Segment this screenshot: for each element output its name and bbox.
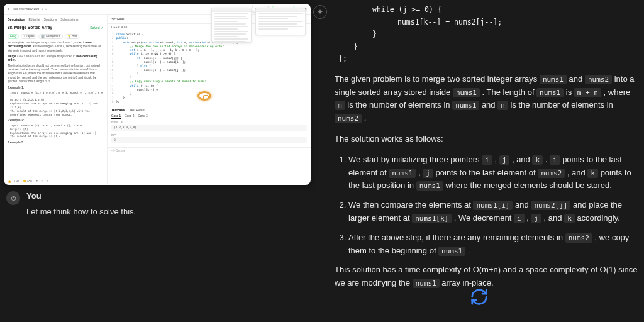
case-1[interactable]: Case 1 — [111, 114, 121, 119]
tab-testcase[interactable]: Testcase — [111, 108, 125, 113]
assistant-avatar-icon: ✦ — [313, 5, 327, 19]
nav-prev-icon[interactable]: ‹ — [42, 7, 43, 11]
description-pane: Description Editorial Solutions Submissi… — [4, 15, 108, 184]
step-3: After the above step, if there are any r… — [348, 231, 638, 258]
explanation-para-2: The solution works as follows: — [335, 133, 638, 146]
source-footer[interactable]: </> Source — [108, 147, 311, 154]
companies-tag[interactable]: 🏢 Companies — [38, 34, 63, 39]
leetcode-screenshot: ≡ Top Interview 150 ‹ › ▷ Run ⏵ Submit ⤓… — [4, 4, 311, 185]
line-gutter: 123456789101112131415161718 — [110, 33, 116, 104]
dislike-count[interactable]: 👎 450 — [23, 180, 32, 184]
like-count[interactable]: 👍 15.9K — [8, 180, 19, 184]
tab-editorial[interactable]: Editorial — [29, 18, 40, 22]
explanation-para-1: The given problem is to merge two sorted… — [335, 73, 638, 125]
refresh-icon — [470, 287, 489, 306]
cursor-highlight-ring — [197, 91, 211, 101]
code-tab[interactable]: </> Code — [111, 17, 125, 21]
tab-submissions[interactable]: Submissions — [60, 18, 78, 22]
list-icon[interactable]: ≡ — [8, 7, 9, 11]
case-3[interactable]: Case 3 — [138, 114, 147, 119]
user-message: ⊜ You Let me think how to solve this. — [4, 191, 314, 216]
case-2[interactable]: Case 2 — [125, 114, 134, 119]
star-icon[interactable]: ☆ — [41, 180, 43, 184]
topics-tag[interactable]: ⌖ Topics — [21, 34, 36, 39]
problem-list-title[interactable]: Top Interview 150 — [12, 7, 39, 11]
share-icon[interactable]: ↗ — [35, 180, 38, 184]
step-1: We start by initializing three pointers … — [348, 153, 638, 192]
problem-title: 88. Merge Sorted Array — [8, 25, 52, 31]
desc-footer: 👍 15.9K 👎 450 ↗ ☆ ? — [8, 180, 48, 184]
solved-badge: Solved ✓ — [90, 26, 103, 30]
regenerate-button[interactable] — [470, 287, 489, 308]
assistant-response: while (j >= 0) { nums1[k--] = nums2[j--]… — [327, 4, 638, 290]
code-pane: </> Code C++ ▾ Auto 12345678910111213141… — [108, 15, 311, 184]
tab-description[interactable]: Description — [8, 18, 25, 22]
field-m-label: m = — [111, 133, 307, 137]
step-2: We then compare the elements at nums1[i]… — [348, 199, 638, 225]
testcase-panel: Testcase Test Result Case 1 Case 2 Case … — [108, 106, 311, 147]
steps-list: We start by initializing three pointers … — [335, 153, 638, 258]
help-icon[interactable]: ? — [47, 180, 48, 184]
field-m-value[interactable]: 3 — [111, 137, 307, 143]
field-nums1-value[interactable]: [1,2,3,0,0,0] — [111, 125, 307, 131]
difficulty-easy: Easy — [8, 34, 19, 39]
tab-test-result[interactable]: Test Result — [130, 108, 145, 113]
complexity-para: This solution has a time complexity of O… — [335, 264, 638, 290]
user-name: You — [26, 191, 136, 201]
preview-thumbnail-1 — [211, 8, 252, 43]
code-editor[interactable]: 123456789101112131415161718 class Soluti… — [108, 31, 311, 106]
code-snippet: while (j >= 0) { nums1[k--] = nums2[j--]… — [335, 4, 638, 65]
user-text: Let me think how to solve this. — [26, 207, 136, 216]
hint-tag[interactable]: 💡 Hint — [65, 34, 79, 39]
tab-solutions[interactable]: Solutions — [44, 18, 57, 22]
problem-statement: You are given two integer arrays nums1 a… — [8, 41, 103, 145]
user-avatar-icon: ⊜ — [6, 191, 20, 205]
nav-next-icon[interactable]: › — [45, 7, 47, 11]
preview-thumbnail-2 — [255, 8, 306, 35]
